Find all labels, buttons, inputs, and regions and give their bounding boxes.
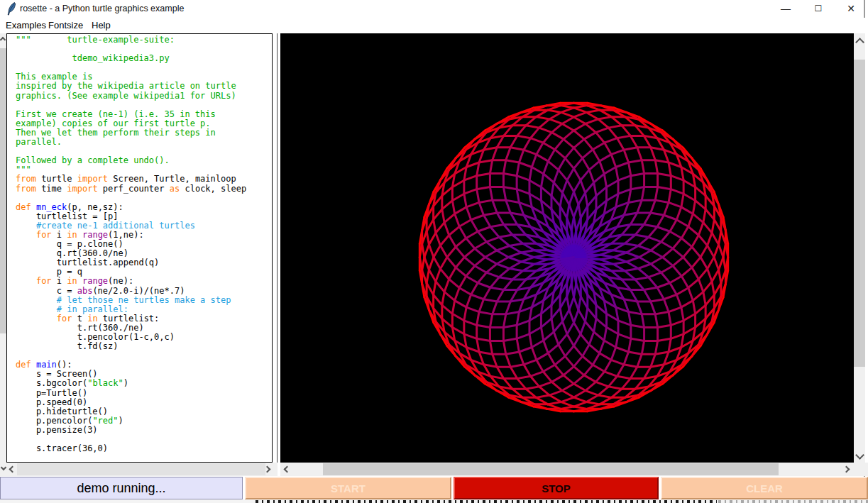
scroll-left-icon[interactable]: [9, 466, 16, 473]
scroll-up-icon[interactable]: [0, 37, 6, 43]
minimize-button[interactable]: —: [769, 0, 802, 18]
scroll-right-icon[interactable]: [843, 466, 850, 473]
menubar: Examples Fontsize Help: [0, 18, 868, 33]
clipped-text-fragment: [256, 500, 717, 503]
code-vertical-scrollbar[interactable]: [0, 33, 6, 463]
menu-item-help[interactable]: Help: [92, 20, 111, 31]
demo-control-bar: demo running... START STOP CLEAR: [0, 477, 868, 499]
stop-button[interactable]: STOP: [454, 477, 659, 499]
turtle-canvas-area: [280, 33, 854, 463]
scroll-left-icon[interactable]: [284, 466, 291, 473]
canvas-hscroll-thumb[interactable]: [323, 463, 779, 475]
menu-item-examples[interactable]: Examples: [6, 20, 46, 31]
scrollbar-corner: [854, 463, 868, 476]
close-button[interactable]: ✕: [835, 0, 867, 18]
menu-item-fontsize[interactable]: Fontsize: [48, 20, 83, 31]
code-editor-pane[interactable]: """ turtle-example-suite: tdemo_wikipedi…: [6, 33, 273, 463]
turtle-canvas: [280, 33, 854, 463]
status-label: demo running...: [0, 477, 243, 499]
maximize-button[interactable]: ☐: [802, 0, 835, 18]
canvas-vscroll-thumb[interactable]: [854, 60, 865, 367]
scroll-down-icon[interactable]: [855, 451, 864, 460]
start-button[interactable]: START: [245, 477, 451, 499]
feather-app-icon: [6, 2, 16, 16]
code-pane-divider: [273, 33, 278, 463]
clear-button[interactable]: CLEAR: [661, 477, 868, 499]
canvas-vertical-scrollbar[interactable]: [854, 33, 865, 463]
scroll-up-icon[interactable]: [855, 38, 864, 47]
main-area: """ turtle-example-suite: tdemo_wikipedi…: [0, 33, 868, 463]
scrollbar-row: [0, 463, 868, 476]
window-titlebar: rosette - a Python turtle graphics examp…: [0, 0, 868, 18]
code-horizontal-scrollbar[interactable]: [0, 463, 278, 476]
code-lines: """ turtle-example-suite: tdemo_wikipedi…: [7, 34, 272, 463]
code-vscroll-thumb[interactable]: [0, 48, 6, 333]
clipped-text-fragment: [718, 500, 868, 503]
canvas-horizontal-scrollbar[interactable]: [280, 463, 854, 476]
clipped-text-row: [0, 499, 868, 503]
code-hscroll-thumb[interactable]: [17, 463, 265, 475]
scroll-down-icon[interactable]: [1, 465, 6, 470]
window-title: rosette - a Python turtle graphics examp…: [20, 4, 184, 13]
